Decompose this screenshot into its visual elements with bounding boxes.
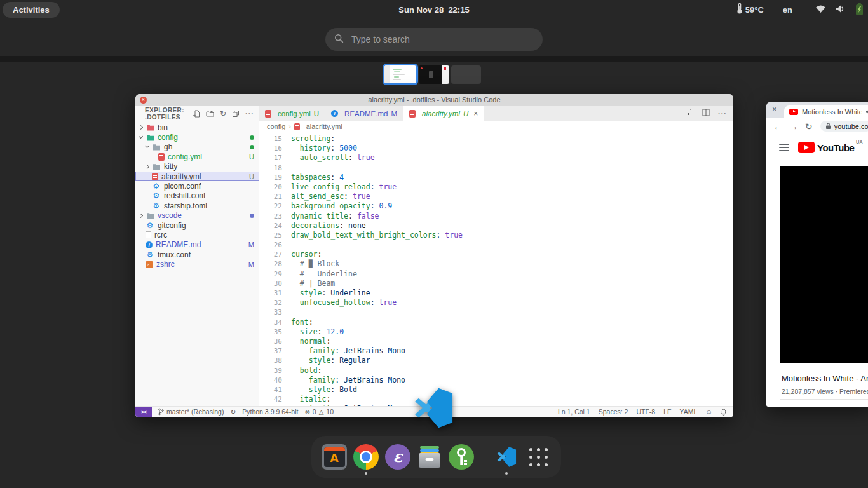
tree-item-gh[interactable]: gh — [135, 142, 259, 152]
dock-item-app-grid[interactable] — [526, 444, 551, 470]
tree-item-label: vscode — [158, 211, 182, 220]
status-item[interactable]: YAML — [679, 408, 697, 416]
dock-item-emacs[interactable]: ε — [385, 444, 410, 470]
problems-status[interactable]: ⊗ 0 △ 10 — [304, 408, 334, 416]
dock-item-files[interactable] — [417, 444, 442, 470]
workspace-thumbnail-1-active[interactable] — [383, 64, 418, 85]
chevron-right-icon[interactable] — [138, 212, 144, 219]
chevron-spacer — [144, 173, 151, 180]
sync-icon[interactable]: ↻ — [230, 408, 236, 416]
remote-indicator[interactable]: >< — [135, 407, 152, 417]
status-item[interactable]: Spaces: 2 — [599, 408, 628, 416]
new-file-icon[interactable] — [193, 110, 200, 118]
tree-item-README.md[interactable]: iREADME.mdM — [135, 240, 259, 250]
status-item[interactable]: UTF-8 — [636, 408, 655, 416]
youtube-logo[interactable]: YouTube UA — [798, 142, 854, 153]
git-status-badge: M — [248, 261, 254, 268]
address-bar[interactable]: youtube.com/wa — [820, 121, 868, 132]
system-status-area[interactable]: 59°C en — [736, 0, 863, 20]
clock[interactable]: Sun Nov 28 22:15 — [398, 0, 469, 20]
reload-button[interactable]: ↻ — [805, 121, 813, 132]
tree-item-bin[interactable]: bin — [135, 123, 259, 132]
git-branch-status[interactable]: master* (Rebasing) — [158, 408, 224, 416]
dock-item-chrome[interactable] — [353, 444, 379, 470]
chrome-active-tab[interactable]: Motionless In White - / — [784, 105, 868, 118]
chrome-window[interactable]: × Motionless In White - / ← → ↻ youtube.… — [766, 102, 868, 407]
youtube-play-icon — [798, 142, 815, 153]
gear-icon: ⚙ — [152, 192, 161, 200]
tree-item-rcrc[interactable]: rcrc — [135, 230, 259, 240]
tree-item-alacritty.yml[interactable]: alacritty.ymlU — [135, 172, 259, 181]
feedback-smiley-icon[interactable]: ☺ — [705, 408, 712, 416]
split-editor-icon[interactable] — [702, 109, 710, 118]
tree-item-starship.toml[interactable]: ⚙starship.toml — [135, 201, 259, 210]
tree-item-redshift.conf[interactable]: ⚙redshift.conf — [135, 191, 259, 201]
tab-audio-icon[interactable] — [865, 106, 868, 118]
status-item[interactable]: LF — [663, 408, 671, 416]
chevron-spacer — [144, 193, 151, 199]
forward-button[interactable]: → — [789, 121, 798, 132]
dock-item-vscode[interactable] — [494, 444, 519, 470]
notifications-bell-icon[interactable] — [721, 409, 727, 416]
gear-icon: ⚙ — [146, 251, 154, 259]
new-folder-icon[interactable] — [206, 110, 214, 118]
dock-item-keepassxc[interactable] — [449, 444, 474, 470]
editor-tabs-bar: config.ymlUiREADME.mdMalacritty.ymlU× ··… — [259, 106, 733, 121]
hamburger-menu-icon[interactable] — [779, 144, 789, 151]
git-status-badge: U — [249, 173, 254, 180]
video-player[interactable] — [780, 166, 868, 363]
tree-item-config[interactable]: config — [135, 132, 259, 142]
editor-tab-README.md[interactable]: iREADME.mdM — [325, 106, 403, 121]
statusbar-right: Ln 1, Col 1Spaces: 2UTF-8LFYAML ☺ — [558, 408, 733, 416]
editor-more-actions[interactable]: ··· — [718, 110, 727, 118]
activities-button[interactable]: Activities — [3, 2, 60, 18]
chevron-right-icon: › — [288, 123, 290, 130]
open-changes-icon[interactable] — [686, 109, 694, 118]
vscode-app-icon-overlay — [413, 388, 454, 428]
breadcrumb-folder[interactable]: config — [267, 123, 285, 130]
keyboard-layout-indicator[interactable]: en — [783, 5, 792, 15]
vscode-window[interactable]: × alacritty.yml - .dotfiles - Visual Stu… — [135, 94, 733, 417]
tree-item-picom.conf[interactable]: ⚙picom.conf — [135, 181, 259, 191]
file-icon — [146, 231, 151, 238]
search-bar[interactable] — [325, 28, 543, 51]
workspace-thumbnail-3[interactable] — [451, 65, 481, 84]
explorer-title: EXPLORER: .DOTFILES — [145, 107, 193, 121]
tab-label: config.yml — [278, 110, 311, 118]
workspace-thumbnail-2[interactable] — [419, 65, 449, 84]
explorer-more-actions[interactable]: ··· — [245, 110, 254, 118]
back-button[interactable]: ← — [773, 121, 782, 132]
tab-close-icon[interactable]: × — [772, 104, 777, 114]
tree-item-zshrc[interactable]: >_zshrcM — [135, 259, 259, 269]
info-icon: i — [146, 241, 153, 248]
folder-icon — [146, 124, 154, 131]
tree-item-kitty[interactable]: kitty — [135, 162, 259, 172]
python-interpreter-status[interactable]: Python 3.9.9 64-bit — [242, 408, 298, 416]
tab-close-icon[interactable]: × — [473, 109, 478, 118]
git-status-badge: M — [248, 241, 254, 248]
workspace-strip-band — [0, 56, 868, 62]
code-editor[interactable]: 15scrolling:16 history: 500017 auto_scro… — [259, 132, 733, 407]
chevron-down-icon[interactable] — [144, 144, 151, 150]
tab-title: Motionless In White - / — [802, 108, 862, 116]
chevron-right-icon[interactable] — [144, 163, 151, 170]
refresh-explorer-icon[interactable]: ↻ — [220, 110, 226, 118]
collapse-folders-icon[interactable] — [232, 110, 240, 118]
tree-item-label: gitconfig — [158, 221, 186, 230]
video-title: Motionless In White - Anot — [782, 374, 868, 383]
chevron-down-icon[interactable] — [138, 134, 144, 140]
chevron-right-icon[interactable] — [138, 125, 144, 131]
editor-tab-alacritty.yml[interactable]: alacritty.ymlU× — [403, 106, 484, 121]
tree-item-tmux.conf[interactable]: ⚙tmux.conf — [135, 250, 259, 259]
breadcrumb[interactable]: config › alacritty.yml — [259, 121, 733, 132]
search-input[interactable] — [350, 34, 534, 45]
tree-item-config.yml[interactable]: config.ymlU — [135, 152, 259, 161]
vscode-titlebar[interactable]: × alacritty.yml - .dotfiles - Visual Stu… — [135, 94, 733, 107]
tree-item-gitconfig[interactable]: ⚙gitconfig — [135, 220, 259, 230]
editor-tab-config.yml[interactable]: config.ymlU — [259, 106, 325, 121]
breadcrumb-file[interactable]: alacritty.yml — [306, 123, 342, 130]
dock-item-alacritty[interactable]: A — [322, 444, 347, 470]
tree-item-vscode[interactable]: vscode — [135, 211, 259, 220]
status-right-items: Ln 1, Col 1Spaces: 2UTF-8LFYAML — [558, 408, 697, 416]
status-item[interactable]: Ln 1, Col 1 — [558, 408, 590, 416]
